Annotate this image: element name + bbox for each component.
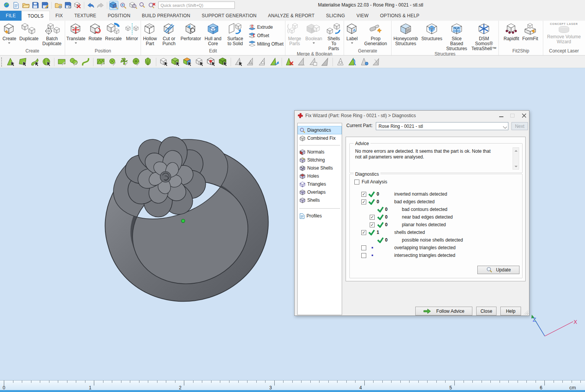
cut-or-punch-button[interactable]: Cut or Punch [159,22,179,46]
toolbar-drag-handle[interactable] [1,57,3,67]
rescale-button[interactable]: Rescale [103,22,123,41]
open-icon[interactable] [21,1,30,10]
select-cube-icon[interactable] [159,57,169,67]
zoom-reset-icon[interactable] [148,1,156,10]
tab-texture[interactable]: TEXTURE [69,11,102,21]
mark-fan-icon[interactable] [143,57,154,67]
triangle-copy-icon[interactable] [257,57,267,67]
triangle-hole-icon[interactable] [335,57,346,67]
save-icon[interactable] [31,1,39,10]
undo-icon[interactable] [87,1,95,10]
tab-view[interactable]: VIEW [351,11,374,21]
shells-to-parts-button[interactable]: Shells To Parts [324,22,344,51]
prop-generation-button[interactable]: Prop Generation [360,22,391,46]
scroll-down-icon[interactable] [513,163,519,169]
mirror-button[interactable]: Mirror [123,22,141,41]
app-logo-icon[interactable] [2,1,11,10]
search-input[interactable] [158,2,235,9]
mark-rectangle-icon[interactable] [57,57,67,67]
sidebar-item-overlaps[interactable]: Overlaps [298,188,341,196]
row-checkbox[interactable]: ✓ [361,230,366,235]
sidebar-item-holes[interactable]: Holes [298,172,341,180]
export-part-icon[interactable] [64,1,72,10]
cube-green-icon[interactable] [218,57,228,67]
select-surfaces-icon[interactable] [29,57,40,67]
tab-file[interactable]: FILE [0,11,21,21]
next-button[interactable]: Next [511,122,528,130]
delete-part-icon[interactable] [73,1,82,10]
triangle-cursor-icon[interactable] [233,57,244,67]
mark-curve-icon[interactable] [80,57,91,67]
triangle-sheet-icon[interactable] [245,57,256,67]
save-as-icon[interactable] [41,1,49,10]
boolean-button[interactable]: Boolean [304,22,324,45]
mark-brush-icon[interactable] [108,57,118,67]
tab-build-preparation[interactable]: BUILD PREPARATION [136,11,196,21]
merge-parts-button[interactable]: Merge Parts [285,22,304,46]
triangle-page-icon[interactable] [308,57,318,67]
zoom-in-icon[interactable] [138,1,147,10]
resize-grip[interactable] [524,310,528,315]
mark-window-triangles-icon[interactable] [96,57,106,67]
triangle-move-icon[interactable] [269,57,279,67]
extrude-button[interactable]: Extrude [247,23,285,31]
select-through-cube-icon[interactable] [170,57,181,67]
milling-offset-button[interactable]: Milling Offset [247,40,285,48]
mark-circles-icon[interactable] [69,57,79,67]
slice-based-structures-button[interactable]: Slice Based Structures [444,22,470,51]
zoom-part-icon[interactable] [110,1,118,10]
honeycomb-structures-button[interactable]: Honeycomb Structures [392,22,420,46]
formfit-button[interactable]: FormFit [521,22,539,41]
update-button[interactable]: Update [477,266,519,274]
translate-button[interactable]: Translate [65,22,87,45]
sidebar-item-diagnostics[interactable]: Diagnostics [298,126,341,134]
sidebar-item-shells[interactable]: Shells [298,196,341,204]
row-checkbox[interactable]: ✓ [370,215,375,220]
structures-button[interactable]: Structures [420,22,444,41]
label-button[interactable]: A Label [344,22,360,45]
sidebar-item-stitching[interactable]: Stitching [298,156,341,164]
surface-to-solid-button[interactable]: Surface to Solid [223,22,247,46]
help-button[interactable]: Help [500,307,521,315]
sidebar-item-profiles[interactable]: Profiles [298,212,341,220]
close-dialog-button[interactable]: Close [476,307,497,315]
cube-cursor-icon[interactable] [194,57,205,67]
triangle-solid-icon[interactable] [320,57,330,67]
redo-icon[interactable] [96,1,105,10]
dialog-titlebar[interactable]: Fix Wizard (Part: Rose Ring - 0021 - stl… [295,111,529,120]
follow-advice-button[interactable]: Follow Advice [415,307,472,315]
import-part-icon[interactable] [54,1,62,10]
rotate-button[interactable]: Rotate [87,22,103,41]
tab-analyze-report[interactable]: ANALYZE & REPORT [262,11,320,21]
new-part-icon[interactable] [12,1,20,10]
duplicate-button[interactable]: Duplicate [18,22,40,41]
full-analysis-checkbox[interactable] [354,180,359,185]
tab-fix[interactable]: FIX [50,11,69,21]
sidebar-item-noise-shells[interactable]: Noise Shells [298,164,341,172]
select-planes-icon[interactable] [18,57,28,67]
tab-options-help[interactable]: OPTIONS & HELP [374,11,425,21]
select-volume-cube-icon[interactable] [182,57,193,67]
triangle-drop-icon[interactable] [359,57,369,67]
select-shells-icon[interactable] [41,57,52,67]
sidebar-item-normals[interactable]: Normals [298,148,341,156]
select-triangles-icon[interactable] [6,57,16,67]
hollow-part-button[interactable]: Hollow Part [141,22,159,46]
perforator-button[interactable]: Perforator [179,22,202,41]
tab-tools[interactable]: TOOLS [21,11,49,21]
close-button[interactable] [521,113,527,118]
current-part-combobox[interactable]: Rose Ring - 0021 - stl [376,122,508,130]
minimize-button[interactable] [499,114,503,117]
offset-button[interactable]: Offset [247,31,285,39]
row-checkbox[interactable] [361,245,366,250]
triangle-slab-icon[interactable] [371,57,381,67]
remove-volume-wizard-button[interactable]: CONCEPT LASER Remove Volume Wizard [545,22,583,44]
cube-core-icon[interactable] [206,57,216,67]
row-checkbox[interactable]: ✓ [370,222,375,227]
advice-scrollbar[interactable] [513,147,519,170]
dsm-somos-tetrashell-button[interactable]: DSM Somos® TetraShell™ [469,22,498,51]
tab-slicing[interactable]: SLICING [320,11,351,21]
sidebar-item-combined-fix[interactable]: Combined Fix [298,134,341,142]
row-checkbox[interactable]: ✓ [361,192,366,197]
zoom-selection-icon[interactable] [119,1,128,10]
